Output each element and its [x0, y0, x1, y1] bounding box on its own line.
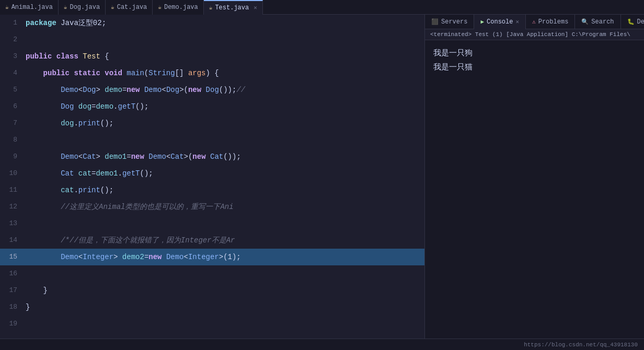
code-line: 13 [0, 215, 424, 232]
tab-test[interactable]: ☕ Test.java ✕ [204, 0, 263, 15]
code-line: 7 dog.print(); [0, 115, 424, 132]
java-file-icon: ☕ [158, 4, 162, 10]
java-file-icon: ☕ [111, 4, 114, 10]
panel-tabs: ⬛ Servers ▶ Console ✕ ⚠ Problems 🔍 Searc… [425, 15, 644, 29]
tab-bar: ☕ Animal.java ☕ Dog.java ☕ Cat.java ☕ De… [0, 0, 644, 15]
console-line: 我是一只狗 [433, 46, 636, 61]
code-line: 12 //这里定义Animal类型的也是可以的，重写一下Ani [0, 199, 424, 215]
panel-tab-debug[interactable]: 🐛 Debu... [621, 15, 644, 29]
code-line: 6 Dog dog=demo.getT(); [0, 98, 424, 115]
tab-animal[interactable]: ☕ Animal.java [0, 0, 59, 15]
code-line: 3 public class Test { [0, 48, 424, 65]
code-line: 16 [0, 265, 424, 282]
panel-tab-search[interactable]: 🔍 Search [575, 15, 620, 29]
panel-tab-close-icon[interactable]: ✕ [515, 18, 519, 25]
debug-icon: 🐛 [627, 18, 635, 25]
console-icon: ▶ [480, 18, 484, 25]
servers-icon: ⬛ [431, 18, 439, 25]
editor-pane[interactable]: 1 package Java泛型02; 2 3 public class Tes… [0, 15, 424, 350]
code-line: 17 } [0, 282, 424, 299]
console-line: 我是一只猫 [433, 61, 636, 75]
code-line: 18 } [0, 299, 424, 316]
tab-cat[interactable]: ☕ Cat.java [106, 0, 153, 15]
java-file-icon: ☕ [64, 4, 67, 10]
console-header: <terminated> Test (1) [Java Application]… [425, 29, 644, 40]
code-line: 19 [0, 316, 424, 332]
java-file-icon: ☕ [5, 4, 9, 10]
code-line: 1 package Java泛型02; [0, 15, 424, 31]
code-line: 2 [0, 31, 424, 48]
code-line-highlighted: 15 Demo<Integer> demo2=new Demo<Integer>… [0, 249, 424, 265]
code-line: 4 public static void main(String[] args)… [0, 65, 424, 81]
code-line: 11 cat.print(); [0, 182, 424, 199]
panel-tab-servers[interactable]: ⬛ Servers [425, 15, 474, 29]
right-panel: ⬛ Servers ▶ Console ✕ ⚠ Problems 🔍 Searc… [424, 15, 644, 350]
search-icon: 🔍 [581, 18, 589, 25]
code-line: 14 /*//但是，下面这个就报错了，因为Integer不是Ar [0, 232, 424, 249]
code-line: 9 Demo<Cat> demo1=new Demo<Cat>(new Cat(… [0, 148, 424, 165]
panel-tab-console[interactable]: ▶ Console ✕ [474, 15, 526, 29]
tab-close-icon[interactable]: ✕ [254, 4, 257, 11]
panel-tab-problems[interactable]: ⚠ Problems [526, 15, 575, 29]
status-bar: https://blog.csdn.net/qq_43918130 [0, 339, 644, 350]
code-line: 5 Demo<Dog> demo=new Demo<Dog>(new Dog()… [0, 81, 424, 98]
main-area: 1 package Java泛型02; 2 3 public class Tes… [0, 15, 644, 350]
tab-demo[interactable]: ☕ Demo.java [153, 0, 203, 15]
console-output: 我是一只狗 我是一只猫 [425, 40, 644, 81]
problems-icon: ⚠ [532, 18, 536, 25]
code-line: 10 Cat cat=demo1.getT(); [0, 165, 424, 182]
code-line: 8 [0, 132, 424, 148]
code-lines: 1 package Java泛型02; 2 3 public class Tes… [0, 15, 424, 332]
tab-dog[interactable]: ☕ Dog.java [59, 0, 106, 15]
java-file-icon: ☕ [209, 4, 213, 11]
status-url: https://blog.csdn.net/qq_43918130 [524, 342, 638, 348]
